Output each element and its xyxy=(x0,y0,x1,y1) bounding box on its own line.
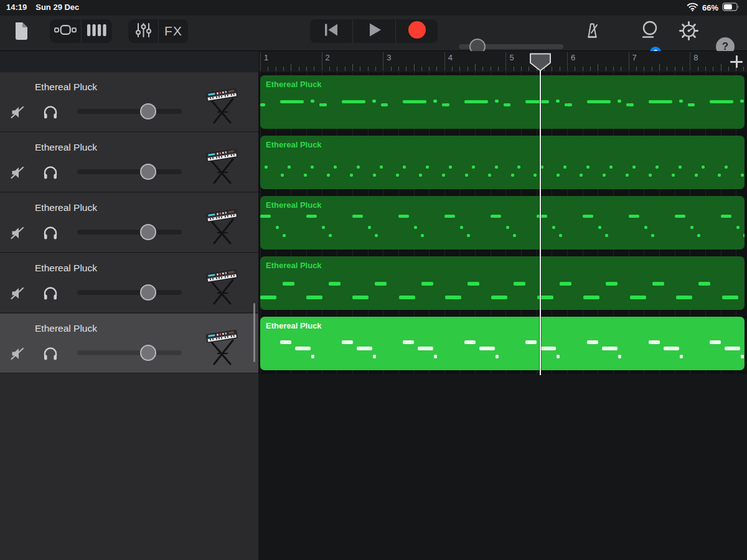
midi-note xyxy=(649,340,660,344)
midi-note xyxy=(598,226,601,229)
tracks-view-button[interactable] xyxy=(50,19,81,43)
ruler-tick xyxy=(613,67,614,71)
track-volume-slider[interactable] xyxy=(77,230,182,235)
midi-note xyxy=(533,174,537,177)
region-label: Ethereal Pluck xyxy=(266,200,322,210)
midi-note xyxy=(652,282,664,286)
headphones-icon[interactable] xyxy=(42,105,59,122)
playhead-handle[interactable] xyxy=(529,53,552,74)
mute-icon[interactable] xyxy=(10,105,26,123)
midi-region[interactable]: Ethereal Pluck xyxy=(260,136,745,189)
gear-icon xyxy=(679,21,699,44)
ruler-bar-number: 1 xyxy=(264,53,268,62)
midi-note xyxy=(283,234,286,237)
track-header-row[interactable]: Ethereal Pluck xyxy=(0,314,258,373)
mute-icon[interactable] xyxy=(10,286,26,304)
track-controls-button[interactable] xyxy=(128,19,158,43)
midi-note xyxy=(517,166,520,169)
track-header-row[interactable]: Ethereal Pluck xyxy=(0,253,258,313)
midi-note xyxy=(495,166,498,169)
mute-icon[interactable] xyxy=(10,346,26,364)
midi-note xyxy=(710,340,721,344)
midi-note xyxy=(295,347,311,350)
midi-note xyxy=(587,100,611,103)
ruler-bar-line xyxy=(260,52,261,71)
ruler-bar-line xyxy=(444,52,445,71)
track-volume-knob[interactable] xyxy=(140,164,156,180)
instrument-icon[interactable] xyxy=(200,321,243,370)
midi-note xyxy=(445,296,461,299)
midi-region[interactable]: Ethereal Pluck xyxy=(260,317,745,370)
instrument-icon[interactable] xyxy=(200,200,243,249)
song-browser-button[interactable] xyxy=(9,20,34,44)
midi-note xyxy=(513,234,516,237)
instrument-view-button[interactable] xyxy=(82,19,112,43)
region-label: Ethereal Pluck xyxy=(266,140,322,149)
headphones-icon[interactable] xyxy=(42,286,59,303)
record-icon xyxy=(408,21,426,42)
ruler-tick xyxy=(482,67,483,71)
status-bar: 14:19 Sun 29 Dec 66% xyxy=(0,0,747,16)
fx-button[interactable]: FX xyxy=(159,19,188,43)
ruler-bar-line xyxy=(567,52,568,71)
rewind-button[interactable] xyxy=(310,19,352,43)
loop-browser-button[interactable] xyxy=(639,20,662,44)
headphones-icon[interactable] xyxy=(42,165,59,182)
metronome-icon xyxy=(583,21,601,42)
midi-note xyxy=(265,166,268,169)
midi-note xyxy=(472,166,475,169)
add-bars-button[interactable] xyxy=(728,54,745,70)
midi-note xyxy=(725,166,728,169)
midi-region[interactable]: Ethereal Pluck xyxy=(260,196,745,250)
instrument-icon[interactable] xyxy=(200,80,243,128)
track-volume-knob[interactable] xyxy=(140,284,156,301)
instrument-icon[interactable] xyxy=(200,140,243,189)
midi-note xyxy=(306,215,317,218)
play-button[interactable] xyxy=(353,19,395,43)
track-list-scrollbar[interactable] xyxy=(253,303,255,362)
track-lanes: Ethereal PluckEthereal PluckEthereal Plu… xyxy=(258,72,747,374)
midi-region[interactable]: Ethereal Pluck xyxy=(260,75,745,129)
headphones-icon[interactable] xyxy=(42,225,59,243)
track-header-row[interactable]: Ethereal Pluck xyxy=(0,72,258,132)
midi-note xyxy=(563,166,566,169)
track-volume-knob[interactable] xyxy=(140,345,156,361)
ruler-tick xyxy=(560,67,560,71)
instrument-icon[interactable] xyxy=(200,261,243,309)
track-volume-slider[interactable] xyxy=(77,169,182,174)
headphones-icon[interactable] xyxy=(42,346,59,363)
ruler-tick xyxy=(667,67,667,71)
midi-note xyxy=(626,174,629,177)
track-volume-slider[interactable] xyxy=(77,109,182,114)
record-button[interactable] xyxy=(396,19,438,43)
midi-region[interactable]: Ethereal Pluck xyxy=(260,256,745,310)
track-volume-slider[interactable] xyxy=(77,290,182,295)
track-header-row[interactable]: Ethereal Pluck xyxy=(0,193,258,253)
timeline-ruler[interactable]: 12345678 xyxy=(258,51,747,72)
ruler-tick xyxy=(299,67,299,71)
midi-note xyxy=(322,226,325,229)
track-volume-knob[interactable] xyxy=(140,103,156,119)
midi-note xyxy=(506,226,509,229)
midi-note xyxy=(559,234,562,237)
track-volume-slider[interactable] xyxy=(77,350,182,355)
status-right: 66% xyxy=(687,2,740,13)
ruler-tick xyxy=(644,67,644,71)
midi-note xyxy=(664,347,679,350)
midi-note xyxy=(357,347,372,350)
ruler-tick xyxy=(360,67,360,71)
ruler-tick xyxy=(705,67,706,71)
track-volume-knob[interactable] xyxy=(140,224,156,240)
mute-icon[interactable] xyxy=(10,165,26,183)
midi-note xyxy=(675,215,685,218)
midi-note xyxy=(651,234,654,237)
mute-icon[interactable] xyxy=(10,225,26,243)
midi-note xyxy=(304,174,307,177)
settings-button[interactable] xyxy=(677,20,700,44)
midi-note xyxy=(606,282,618,286)
midi-note xyxy=(580,174,583,177)
midi-note xyxy=(373,355,376,358)
ruler-tick xyxy=(467,67,468,71)
metronome-button[interactable] xyxy=(580,20,604,44)
track-header-row[interactable]: Ethereal Pluck xyxy=(0,133,258,192)
